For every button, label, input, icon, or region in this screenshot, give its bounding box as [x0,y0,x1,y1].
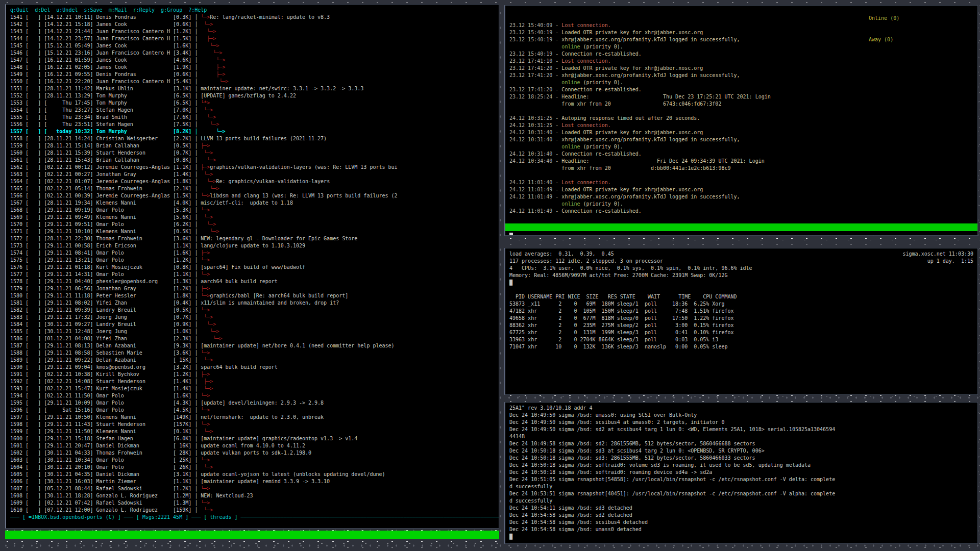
mail-row[interactable]: 1573 [ ] [29.11.21 00:58] Erich Ericson … [10,242,499,249]
mail-row[interactable]: 1597 [ ] [29.11.21 10:50] Klemens Nanni … [10,414,499,421]
mail-row[interactable]: 1577 [ ] [29.11.21 14:31] Omar Polo [1.1… [10,271,499,278]
window-top[interactable]: load averages: 0.31, 0.39, 0.45sigma.xos… [504,248,978,395]
mail-row[interactable]: 1570 [ ] [29.11.21 09:51] Omar Polo [6.2… [10,221,499,228]
terminal-line [509,286,977,293]
mail-row[interactable]: 1584 [ ] [30.11.21 09:27] Landry Breuil … [10,321,499,328]
mail-row[interactable]: 1568 [ ] [29.11.21 09:19] Omar Polo [5.3… [10,207,499,214]
mail-row[interactable]: 1587 [ ] [29.11.21 08:13] Delan Azabani … [10,342,499,349]
mail-row[interactable]: 1594 [ ] [02.12.21 11:50] Omar Polo [1.6… [10,392,499,399]
terminal-line: 23.12 18:25:24 - Headline: Thu Dec 23 17… [509,93,977,101]
mail-row[interactable]: 1564 [ ] [02.12.21 01:07] Jeremie Courre… [10,178,499,185]
mail-row[interactable]: 1609 [ ] [02.12.21 07:42] Rafael Sadowsk… [10,499,499,507]
mail-row[interactable]: 1571 [ ] [29.11.21 10:10] Klemens Nanni … [10,228,499,235]
roster-away-count: Away (0) [869,36,893,43]
terminal-line: Dec 24 10:49:50 sigma /bsd: umass0: usin… [509,412,977,419]
window-profanity[interactable]: Profanity. Type /help for help informati… [504,5,978,236]
mail-row[interactable]: 1556 [ ] [ Thu 23:51] Stefan Hagen [7.5K… [10,121,499,128]
mail-row[interactable]: 1579 [ ] [29.11.21 06:56] Jonathan Gray … [10,285,499,292]
mail-row[interactable]: 1581 [ ] [29.11.21 08:02] Yifei Zhan [0.… [10,299,499,307]
terminal-line: 24.12 11:01:49 - Loaded OTR private key … [509,186,977,193]
mail-row[interactable]: 1563 [ ] [02.12.21 00:27] Jonathan Gray … [10,171,499,178]
mail-row[interactable]: 1548 [ ] [16.12.21 02:05] James Cook [1.… [10,64,499,71]
mail-row[interactable]: 1578 [ ] [29.11.21 04:40] phessler@openb… [10,278,499,285]
mail-row[interactable]: 1569 [ ] [29.11.21 09:49] Klemens Nanni … [10,214,499,221]
window-mutt[interactable]: q:Quit d:Del u:Undel s:Save m:Mail r:Rep… [5,4,499,529]
mail-row[interactable]: 1561 [ ] [28.11.21 15:43] Brian Callahan… [10,157,499,164]
mail-row[interactable]: 1544 [ ] [14.12.21 23:57] Juan Francisco… [10,35,499,42]
wm-status-bar[interactable]: [23] 0* mutt "sigma.xosc.net" 11.03 24-1… [5,531,499,539]
mail-row[interactable]: 1583 [ ] [29.11.21 17:32] Joerg Jung [0.… [10,314,499,321]
mail-row[interactable]: 1608 [ ] [30.11.21 18:28] Gonzalo L. Rod… [10,492,499,499]
mail-row[interactable]: 1592 [ ] [02.12.21 14:08] Stuart Henders… [10,378,499,385]
mail-row[interactable]: 1555 [ ] [ Thu 23:34] Brad Smith [7.6K] … [10,114,499,121]
terminal-line: PID USERNAME PRI NICE SIZE RES STATE WAI… [509,293,977,300]
terminal-line: Dec 24 10:54:58 sigma /bsd: umass0 detac… [509,526,977,533]
mail-row[interactable]: 1585 [ ] [30.11.21 12:48] Joerg Jung [1.… [10,328,499,335]
mail-row[interactable]: 1580 [ ] [29.11.21 11:18] Peter Hessler … [10,292,499,299]
mail-row[interactable]: 1554 [ ] [ Thu 23:27] Stefan Hagen [7.0K… [10,107,499,114]
mail-row[interactable]: 1547 [ ] [16.12.21 01:59] James Cook [4.… [10,57,499,64]
mail-row[interactable]: 1586 [ ] [01.12.21 04:08] Yifei Zhan [2.… [10,335,499,342]
mail-row[interactable]: 1550 [ ] [16.12.21 22:20] Juan Francisco… [10,78,499,85]
mail-row[interactable]: 1599 [ ] [29.11.21 11:50] Klemens Nanni … [10,428,499,435]
mail-row[interactable]: 1566 [ ] [02.12.21 00:39] Jeremie Courre… [10,192,499,199]
mail-row[interactable]: 1572 [ ] [28.11.21 22:30] Thomas Frohwei… [10,235,499,242]
mail-row[interactable]: 1588 [ ] [29.11.21 08:58] Sebastien Mari… [10,349,499,357]
terminal-line: d successfully [509,483,977,490]
mail-row[interactable]: 1542 [ ] [14.12.21 15:18] James Cook [0.… [10,21,499,28]
terminal-line: Dec 24 10:50:18 sigma /bsd: sd3 at scsib… [509,447,977,455]
terminal-line: Dec 24 10:54:58 sigma /bsd: scsibus4 det… [509,519,977,526]
terminal-line: 24.12 11:01:40 - Lost connection. [509,179,977,186]
profanity-input[interactable] [509,232,513,236]
mail-row[interactable]: 1560 [ ] [28.11.21 15:39] Stuart Henders… [10,149,499,157]
mail-row[interactable]: 1546 [ ] [15.12.21 23:16] Juan Francisco… [10,49,499,57]
mail-row[interactable]: 1558 [ ] [28.11.21 14:24] Christian Weis… [10,135,499,142]
profanity-status-bar: [11:03] xhr@jabber.xosc.org/profanity.kT… [505,223,977,231]
mail-row[interactable]: 1590 [ ] [29.11.21 09:04] kmos@openbsd.o… [10,364,499,371]
mail-row[interactable]: 1610 [ ] [07.12.21 12:00] Gonzalo L. Rod… [10,507,499,514]
mail-row[interactable]: 1595 [ ] [29.11.21 10:09] Omar Polo [4.3… [10,399,499,407]
mail-row[interactable]: 1591 [ ] [02.12.21 10:38] Kirill Bychkov… [10,371,499,378]
terminal-line: online (priority 0). [509,79,977,86]
terminal-line: 23.12 17:41:20 - xhr@jabber.xosc.org/pro… [509,72,977,79]
terminal-line: 53873 _x11 2 0 69M 180M sleep/1 poll 18:… [509,300,977,308]
mail-row[interactable]: 1574 [ ] [29.11.21 08:41] Omar Polo [1.6… [10,249,499,257]
mail-row[interactable]: 1553 [ ] [ Thu 17:45] Tom Murphy [6.5K] … [10,99,499,107]
mail-row[interactable]: 1551 [ ] [28.11.21 11:42] Markus Uhlin [… [10,85,499,92]
mail-row[interactable]: 1557 [ ] [ today 10:32] Tom Murphy [8.2K… [10,128,499,135]
terminal-line: Dec 24 10:51:05 sigma rsnapshot[54858]: … [509,476,977,483]
mail-row[interactable]: 1604 [ ] [30.11.21 20:10] Omar Polo [ 26… [10,464,499,471]
terminal-line: 23.12 15:40:19 - Loaded OTR private key … [509,29,977,36]
terminal-line: 23.12 17:41:20 - Connection re-establish… [509,86,977,93]
mail-row[interactable]: 1602 [ ] [30.11.21 04:33] Thomas Frohwei… [10,449,499,457]
terminal-line: Dec 24 10:49:58 sigma /bsd: sd2: 2861556… [509,440,977,447]
mail-row[interactable]: 1575 [ ] [29.11.21 13:21] Omar Polo [1.2… [10,257,499,264]
mail-row[interactable]: 1607 [ ] [05.12.21 08:44] Rafael Sadowsk… [10,485,499,492]
mail-row[interactable]: 1603 [ ] [30.11.21 10:34] Omar Polo [ 25… [10,457,499,464]
mail-row[interactable]: 1582 [ ] [29.11.21 09:39] Landry Breuil … [10,307,499,314]
mail-row[interactable]: 1562 [ ] [02.12.21 00:12] Jeremie Courre… [10,164,499,171]
mail-row[interactable]: 1565 [ ] [02.12.21 05:14] Thomas Frohwei… [10,185,499,192]
terminal-line: Memory: Real: 4856M/9097M act/tot Free: … [509,272,977,279]
mail-row[interactable]: 1598 [ ] [29.11.21 11:43] Stuart Henders… [10,421,499,428]
window-syslog[interactable]: 25A1" rev 3.10/10.18 addr 4Dec 24 10:49:… [504,402,978,544]
terminal-line: d successfully [509,497,977,505]
terminal-line: online (priority 0). [509,143,977,151]
mail-row[interactable]: 1576 [ ] [29.11.21 01:18] Kurt Mosiejczu… [10,264,499,271]
mail-row[interactable]: 1541 [ ] [14.12.21 10:11] Denis Fondras … [10,14,499,21]
profanity-log: 23.12 15:40:09 - Lost connection.23.12 1… [509,22,977,215]
mail-row[interactable]: 1606 [ ] [30.11.21 16:03] Martin Ziemer … [10,478,499,485]
mail-row[interactable]: 1589 [ ] [29.11.21 09:22] Delan Azabani … [10,357,499,364]
mail-row[interactable]: 1596 [ ] [ Sat 15:16] Omar Polo [4.5K] │… [10,407,499,414]
mail-row[interactable]: 1601 [ ] [29.11.21 20:47] Daniel Dickman… [10,442,499,449]
mail-row[interactable]: 1605 [ ] [30.11.21 04:35] Daniel Dickman… [10,471,499,478]
mail-row[interactable]: 1600 [ ] [29.11.21 15:18] Stefan Hagen [… [10,435,499,442]
mail-row[interactable]: 1545 [ ] [15.12.21 05:49] James Cook [1.… [10,42,499,49]
mail-row[interactable]: 1559 [ ] [28.11.21 15:14] Brian Callahan… [10,142,499,149]
mail-row[interactable]: 1543 [ ] [14.12.21 21:44] Juan Francisco… [10,28,499,35]
mail-row[interactable]: 1549 [ ] [16.12.21 09:55] Denis Fondras … [10,71,499,78]
mail-row[interactable]: 1593 [ ] [02.12.21 15:47] Kurt Mosiejczu… [10,385,499,392]
terminal-line [509,172,977,179]
mail-row[interactable]: 1552 [ ] [28.11.21 13:29] Tom Murphy [6.… [10,92,499,99]
mail-row[interactable]: 1567 [ ] [28.11.21 19:34] Klemens Nanni … [10,199,499,207]
